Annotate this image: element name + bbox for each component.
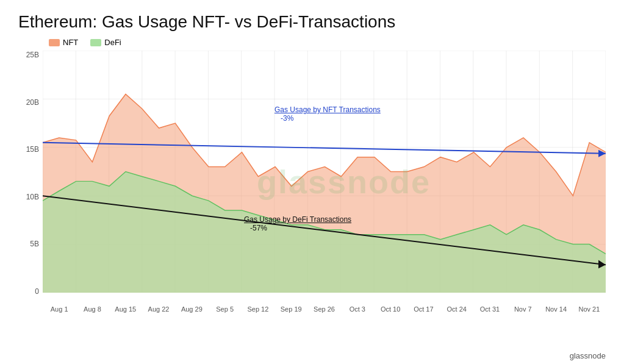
x-label-aug29: Aug 29 [175,305,208,313]
y-axis: 0 5B 10B 15B 20B 25B [12,51,43,313]
chart-svg [43,51,606,293]
legend: NFT DeFi [49,38,606,47]
y-label-25b: 25B [12,51,43,59]
defi-swatch [90,39,101,46]
x-label-oct24: Oct 24 [440,305,473,313]
x-label-nov21: Nov 21 [573,305,606,313]
x-label-nov7: Nov 7 [506,305,539,313]
chart-area: 0 5B 10B 15B 20B 25B [12,51,606,313]
x-label-nov14: Nov 14 [539,305,572,313]
x-label-sep5: Sep 5 [208,305,241,313]
legend-nft: NFT [49,38,78,47]
glassnode-credit: glassnode [570,351,606,360]
nft-label: NFT [63,38,78,47]
chart-container: Ethereum: Gas Usage NFT- vs DeFi-Transac… [0,0,624,364]
y-label-15b: 15B [12,145,43,154]
x-label-aug8: Aug 8 [76,305,109,313]
chart-title: Ethereum: Gas Usage NFT- vs DeFi-Transac… [18,12,606,32]
nft-swatch [49,39,60,46]
x-label-oct3: Oct 3 [341,305,374,313]
x-axis: Aug 1 Aug 8 Aug 15 Aug 22 Aug 29 Sep 5 S… [43,296,606,313]
defi-label: DeFi [104,38,121,47]
x-label-sep19: Sep 19 [274,305,307,313]
x-label-oct17: Oct 17 [407,305,440,313]
x-label-aug15: Aug 15 [109,305,142,313]
x-label-oct10: Oct 10 [374,305,407,313]
y-label-5b: 5B [12,240,43,248]
x-label-aug22: Aug 22 [142,305,175,313]
x-label-sep26: Sep 26 [307,305,340,313]
y-label-20b: 20B [12,98,43,107]
x-label-aug1: Aug 1 [43,305,76,313]
x-label-sep12: Sep 12 [242,305,274,313]
y-label-0: 0 [12,287,43,296]
legend-defi: DeFi [90,38,121,47]
x-label-oct31: Oct 31 [473,305,506,313]
y-label-10b: 10B [12,193,43,201]
